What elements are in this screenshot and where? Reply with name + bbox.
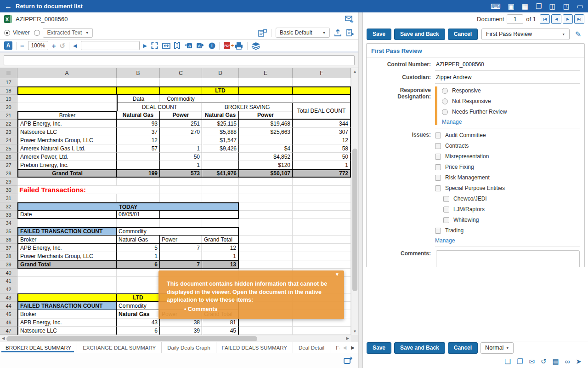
row-number[interactable]: 45 — [0, 310, 17, 318]
sheet-cell[interactable] — [117, 78, 160, 86]
save-button[interactable]: Save — [367, 29, 391, 40]
sheet-cell[interactable]: 7 — [160, 244, 202, 252]
sheet-cell[interactable]: Failed Transactions: — [17, 186, 160, 194]
ljm-raptors-checkbox[interactable] — [443, 207, 449, 213]
sheet-cell[interactable]: 7 — [160, 260, 202, 269]
zoom-in-icon[interactable]: + — [52, 42, 56, 49]
rotate-right-icon[interactable]: A — [196, 42, 205, 49]
sheet-cell[interactable] — [293, 202, 351, 211]
sheet-cell[interactable]: $4 — [239, 144, 293, 153]
fit-width-icon[interactable] — [162, 42, 170, 49]
row-number[interactable]: 37 — [0, 244, 17, 252]
sheet-cell[interactable] — [239, 78, 293, 86]
sheet-cell[interactable] — [239, 211, 293, 219]
row-number[interactable]: 47 — [0, 327, 17, 335]
sheet-cell[interactable]: $50,107 — [239, 169, 293, 178]
sheet-cell[interactable] — [160, 219, 202, 227]
sheet-cell[interactable] — [239, 194, 293, 202]
sheet-cell[interactable]: 5 — [117, 244, 160, 252]
sheet-cell[interactable]: APB Energy, Inc. — [17, 318, 117, 327]
sheet-cell[interactable]: $5,888 — [202, 128, 239, 136]
sheet-cell[interactable]: $25,663 — [239, 128, 293, 136]
row-number[interactable]: 18 — [0, 86, 17, 95]
sheet-cell[interactable]: 81 — [202, 318, 239, 327]
sheet-cell[interactable] — [239, 227, 293, 236]
needs-further-review-radio[interactable] — [442, 109, 448, 115]
sheet-cell[interactable] — [160, 194, 202, 202]
workstation-icon[interactable]: ▭ — [577, 3, 583, 10]
row-number[interactable]: 24 — [0, 136, 17, 144]
sheet-cell[interactable]: FAILED TRANSACTION COUNT — [17, 227, 117, 236]
sheet-cell[interactable] — [117, 219, 160, 227]
sheet-cell[interactable] — [117, 285, 160, 293]
row-number[interactable]: 30 — [0, 186, 17, 194]
sheet-cell[interactable] — [202, 178, 239, 186]
risk-management-checkbox[interactable] — [435, 175, 441, 181]
first-document-button[interactable]: |◀ — [540, 14, 550, 24]
fit-actual-size-icon[interactable]: A — [4, 41, 12, 50]
sheet-cell[interactable] — [17, 293, 117, 302]
sheet-cell[interactable] — [17, 78, 117, 86]
sheet-cell[interactable]: Natural Gas — [117, 236, 160, 244]
sheet-tab-exchange-deal-summary[interactable]: EXCHANGE DEAL SUMMARY — [77, 342, 162, 353]
row-number[interactable]: 44 — [0, 302, 17, 310]
row-number[interactable]: 43 — [0, 293, 17, 302]
sheet-cell[interactable]: Natural Gas — [117, 111, 160, 120]
notice-collapse-icon[interactable]: ▼ — [335, 272, 339, 277]
sheet-cell[interactable]: 251 — [160, 120, 202, 128]
sheet-cell[interactable]: $4,852 — [239, 153, 293, 161]
save-and-back-button[interactable]: Save and Back — [394, 342, 445, 354]
sheet-cell[interactable]: Power — [160, 236, 202, 244]
sheet-cell[interactable]: Broker — [17, 236, 117, 244]
persistent-highlight-icon[interactable] — [258, 29, 267, 37]
sheet-cell[interactable]: Power — [160, 111, 202, 120]
scroll-up-icon[interactable]: ▲ — [351, 69, 358, 74]
email-document-icon[interactable] — [345, 16, 354, 23]
sheet-cell[interactable] — [202, 153, 239, 161]
row-number[interactable]: 19 — [0, 95, 17, 103]
sheet-cell[interactable] — [17, 277, 117, 285]
sheet-cell[interactable]: Total DEAL COUNT — [293, 103, 351, 120]
column-header-b[interactable]: B — [117, 68, 160, 78]
sheet-cell[interactable]: $25,115 — [202, 120, 239, 128]
send-icon[interactable]: ➤ — [576, 358, 582, 365]
row-number[interactable]: 33 — [0, 211, 17, 219]
sheet-cell[interactable] — [293, 327, 351, 335]
sheet-cell[interactable] — [239, 186, 293, 194]
sheet-cell[interactable]: 13 — [202, 260, 239, 269]
sheet-cell[interactable] — [239, 178, 293, 186]
sheet-cell[interactable] — [293, 236, 351, 244]
hidden-info-notice[interactable]: ▼ This document contains hidden informat… — [158, 270, 344, 319]
sheet-cell[interactable] — [117, 277, 160, 285]
edit-layout-icon[interactable]: ✎ — [575, 30, 581, 39]
sheet-cell[interactable]: Grand Total — [17, 169, 117, 178]
scroll-left-icon[interactable]: ◀ — [2, 336, 5, 340]
sheet-cell[interactable]: 199 — [117, 169, 160, 178]
horizontal-scrollbar[interactable]: ◀ ▶ — [0, 335, 351, 342]
sheet-cell[interactable]: Power — [239, 111, 293, 120]
sheet-cell[interactable]: APB Energy, Inc. — [17, 244, 117, 252]
row-number[interactable]: 21 — [0, 111, 17, 120]
sheet-cell[interactable] — [239, 327, 293, 335]
sheet-cell[interactable] — [202, 186, 239, 194]
sheet-cell[interactable]: $120 — [239, 161, 293, 169]
sheet-cell[interactable] — [293, 86, 351, 95]
extracted-text-radio[interactable] — [34, 30, 40, 36]
row-number[interactable]: 22 — [0, 120, 17, 128]
previous-document-button[interactable]: ◀ — [551, 14, 561, 24]
formula-bar-input[interactable] — [4, 55, 355, 65]
viewer-mode-radio[interactable] — [4, 30, 10, 36]
sheet-cell[interactable]: $19,468 — [239, 120, 293, 128]
grid-view-icon[interactable]: ▦ — [522, 3, 528, 10]
sheet-cell[interactable] — [293, 227, 351, 236]
scroll-right-icon[interactable]: ▶ — [346, 336, 349, 340]
hotkeys-icon[interactable]: ⌨ — [491, 3, 501, 10]
pane-splitter[interactable] — [358, 12, 363, 368]
audit-committee-checkbox[interactable] — [435, 132, 441, 138]
sheet-tab-failed-deals-summary[interactable]: FAILED DEALS SUMMARY — [216, 342, 293, 353]
sheet-cell[interactable] — [293, 78, 351, 86]
return-to-document-list-link[interactable]: Return to document list — [16, 3, 83, 10]
sheet-cell[interactable]: 1 — [160, 161, 202, 169]
sheet-cell[interactable] — [239, 95, 293, 103]
sheet-cell[interactable] — [160, 178, 202, 186]
